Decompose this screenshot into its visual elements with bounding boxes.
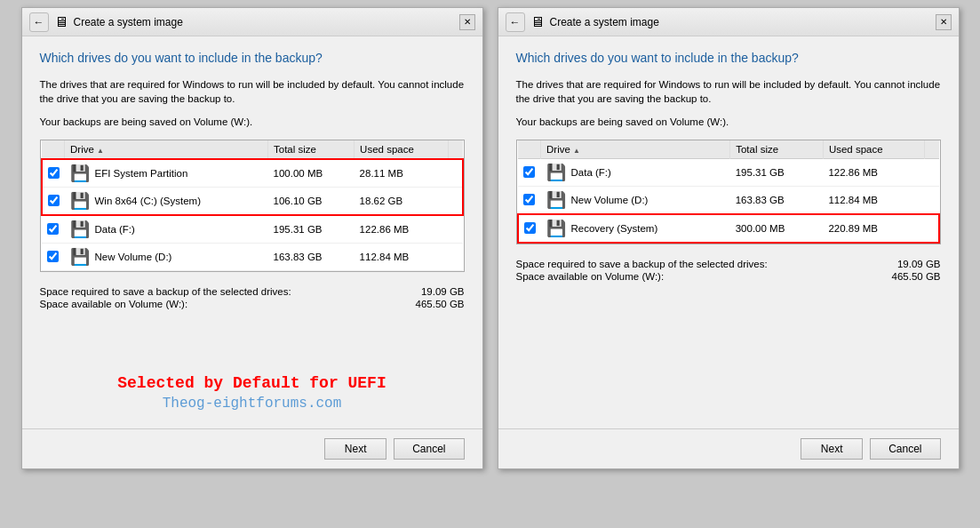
next-button-left[interactable]: Next [324, 438, 386, 460]
col-drive-left: Drive ▲ [65, 140, 268, 159]
dialog-body-left: Which drives do you want to include in t… [22, 36, 482, 351]
col-used-right: Used space [823, 140, 924, 159]
title-bar-right: ← 🖥 Create a system image ✕ [498, 8, 959, 36]
drive-total-size: 100.00 MB [268, 159, 355, 188]
hdd-icon: 💾 [70, 164, 90, 183]
description-right: The drives that are required for Windows… [516, 77, 941, 106]
close-button-left[interactable]: ✕ [459, 14, 475, 30]
section-title-right: Which drives do you want to include in t… [516, 51, 941, 65]
drive-name-cell: 💾Recovery (System) [541, 214, 730, 243]
col-scroll-left [449, 140, 463, 159]
drive-used-space: 112.84 MB [355, 244, 449, 271]
table-row: 💾Win 8x64 (C:) (System)106.10 GB18.62 GB [42, 188, 463, 216]
drive-checkbox[interactable] [48, 167, 60, 179]
drive-label: New Volume (D:) [95, 252, 172, 262]
spacer-right [498, 363, 959, 428]
drive-used-space: 112.84 MB [823, 187, 924, 215]
drive-checkbox[interactable] [523, 194, 535, 205]
drive-label: Win 8x64 (C:) (System) [95, 196, 202, 206]
drive-name-cell: 💾Win 8x64 (C:) (System) [65, 188, 268, 216]
table-row: 💾New Volume (D:)163.83 GB112.84 MB [42, 244, 463, 271]
drive-name-cell: 💾Data (F:) [65, 215, 268, 244]
drive-used-space: 28.11 MB [355, 159, 449, 188]
hdd-icon: 💾 [546, 163, 566, 182]
title-text-right: Create a system image [550, 16, 659, 28]
dialog-right: ← 🖥 Create a system image ✕ Which drives… [498, 7, 960, 469]
hdd-icon: 💾 [70, 220, 90, 239]
col-scroll-right [925, 140, 939, 159]
space-info-left: Space required to save a backup of the s… [40, 284, 465, 309]
drive-name-cell: 💾New Volume (D:) [65, 244, 268, 271]
btn-row-left: Next Cancel [22, 428, 482, 468]
drive-label: New Volume (D:) [571, 195, 649, 205]
space-available-value-left: 465.50 GB [416, 299, 465, 309]
col-used-left: Used space [355, 140, 449, 159]
close-button-right[interactable]: ✕ [936, 14, 952, 30]
drive-total-size: 106.10 GB [268, 188, 355, 216]
drive-total-size: 163.83 GB [268, 244, 355, 271]
space-available-value-right: 465.50 GB [892, 271, 941, 282]
back-button-left[interactable]: ← [29, 12, 49, 32]
drives-table-left: Drive ▲ Total size Used space 💾EFI Syste… [40, 140, 465, 272]
drive-label: Data (F:) [95, 224, 135, 235]
drive-label: Recovery (System) [571, 223, 658, 234]
next-button-right[interactable]: Next [801, 438, 863, 460]
space-required-label-right: Space required to save a backup of the s… [516, 259, 768, 269]
hdd-icon: 💾 [70, 247, 90, 267]
drive-used-space: 122.86 MB [823, 159, 924, 187]
drive-checkbox[interactable] [523, 166, 535, 178]
title-icon-left: 🖥 [54, 14, 68, 30]
drive-checkbox[interactable] [47, 251, 59, 262]
drive-checkbox[interactable] [524, 222, 536, 234]
cancel-button-left[interactable]: Cancel [394, 438, 464, 460]
col-drive-right: Drive ▲ [541, 140, 730, 159]
drive-total-size: 163.83 GB [730, 187, 824, 215]
dialog-body-right: Which drives do you want to include in t… [498, 36, 959, 363]
col-check-left [42, 140, 65, 159]
drive-name-cell: 💾Data (F:) [541, 159, 730, 187]
title-bar-left: ← 🖥 Create a system image ✕ [22, 8, 482, 36]
cancel-button-right[interactable]: Cancel [870, 438, 940, 460]
drive-total-size: 195.31 GB [268, 215, 355, 244]
space-required-label-left: Space required to save a backup of the s… [40, 286, 291, 297]
col-total-left: Total size [268, 140, 355, 159]
drive-label: Data (F:) [571, 167, 611, 178]
drive-label: EFI System Partition [95, 168, 188, 179]
btn-row-right: Next Cancel [498, 428, 959, 468]
hdd-icon: 💾 [70, 191, 90, 211]
dialog-left: ← 🖥 Create a system image ✕ Which drives… [21, 7, 483, 469]
drive-name-cell: 💾New Volume (D:) [541, 187, 730, 215]
space-available-label-left: Space available on Volume (W:): [40, 299, 188, 309]
watermark-section: Selected by Default for UEFI Theog-eight… [22, 351, 482, 428]
watermark-line2: Theog-eightforums.com [163, 396, 342, 412]
drive-checkbox[interactable] [48, 195, 60, 206]
table-row: 💾Data (F:)195.31 GB122.86 MB [42, 215, 463, 244]
table-row: 💾Recovery (System)300.00 MB220.89 MB [518, 214, 939, 243]
main-layout: ← 🖥 Create a system image ✕ Which drives… [0, 0, 980, 476]
title-text-left: Create a system image [74, 16, 183, 28]
space-info-right: Space required to save a backup of the s… [516, 257, 941, 282]
space-required-value-left: 19.09 GB [421, 286, 465, 297]
backup-location-right: Your backups are being saved on Volume (… [516, 116, 941, 127]
backup-location-left: Your backups are being saved on Volume (… [40, 116, 465, 127]
space-available-label-right: Space available on Volume (W:): [516, 271, 665, 282]
drive-name-cell: 💾EFI System Partition [65, 159, 268, 188]
section-title-left: Which drives do you want to include in t… [40, 51, 465, 65]
drive-used-space: 220.89 MB [823, 214, 924, 243]
table-row: 💾EFI System Partition100.00 MB28.11 MB [42, 159, 463, 188]
description-left: The drives that are required for Windows… [40, 77, 465, 106]
table-row: 💾Data (F:)195.31 GB122.86 MB [518, 159, 939, 187]
table-row: 💾New Volume (D:)163.83 GB112.84 MB [518, 187, 939, 215]
drive-total-size: 300.00 MB [730, 214, 824, 243]
back-button-right[interactable]: ← [506, 12, 525, 32]
col-total-right: Total size [730, 140, 824, 159]
watermark-line1: Selected by Default for UEFI [117, 374, 386, 392]
hdd-icon: 💾 [546, 219, 566, 238]
drive-checkbox[interactable] [47, 223, 59, 235]
drive-total-size: 195.31 GB [730, 159, 824, 187]
drives-table-right: Drive ▲ Total size Used space 💾Data (F:)… [516, 140, 941, 244]
title-icon-right: 🖥 [530, 14, 545, 30]
drive-used-space: 18.62 GB [355, 188, 449, 216]
hdd-icon: 💾 [546, 190, 566, 210]
space-required-value-right: 19.09 GB [897, 259, 941, 269]
